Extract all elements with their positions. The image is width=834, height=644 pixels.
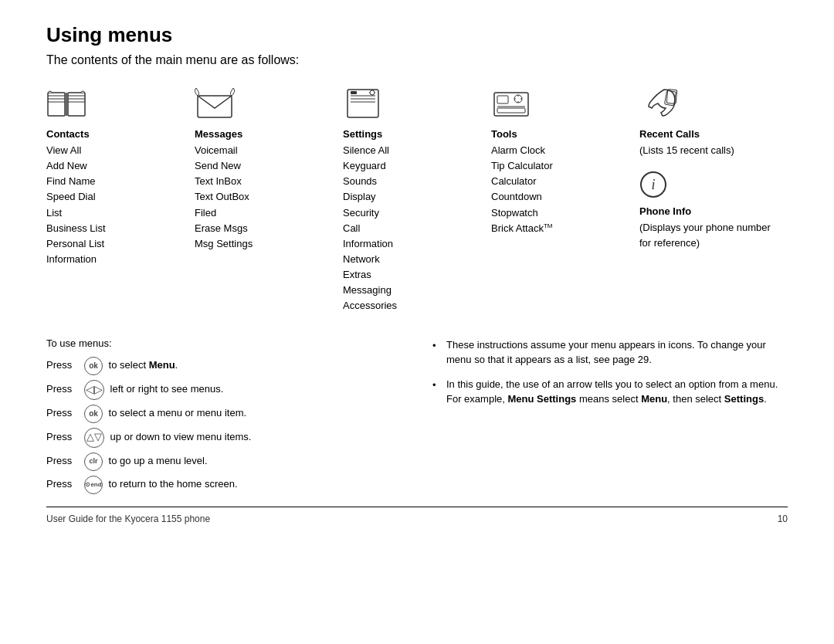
press-row-nav: Press ◁▷ left or right to see menus. xyxy=(46,380,402,400)
list-item: Security xyxy=(343,205,483,221)
menu-col-recent: Recent Calls (Lists 15 recent calls) i P… xyxy=(639,83,788,250)
bullet-item-1: • These instructions assume your menu ap… xyxy=(432,337,788,368)
phone-info-title: Phone Info xyxy=(639,205,780,217)
menu-col-messages: Messages Voicemail Send New Text InBox T… xyxy=(195,83,343,252)
list-item: Display xyxy=(343,189,483,205)
tools-items: Alarm Clock Tip Calculator Calculator Co… xyxy=(491,143,632,236)
press-row-updown: Press △▽ up or down to view menu items. xyxy=(46,428,402,448)
bullet-item-2: • In this guide, the use of an arrow tel… xyxy=(432,377,788,407)
recent-calls-icon-area xyxy=(639,83,780,125)
ok-button-icon-2: ok xyxy=(84,405,103,423)
press-row-clr: Press clr to go up a menu level. xyxy=(46,452,402,471)
menu-col-tools: Tools Alarm Clock Tip Calculator Calcula… xyxy=(491,83,639,236)
list-item: Send New xyxy=(195,158,335,174)
page-title: Using menus xyxy=(46,23,788,47)
press-text: to select Menu. xyxy=(106,358,178,372)
recent-calls-title: Recent Calls xyxy=(639,128,780,140)
bullet-dot: • xyxy=(432,338,440,368)
svg-text:i: i xyxy=(651,177,655,192)
list-item: Business List xyxy=(46,221,187,236)
up-button-icon: △▽ xyxy=(84,428,104,448)
list-item: Erase Msgs xyxy=(195,221,335,236)
list-item: Messaging xyxy=(343,283,483,298)
list-item: Voicemail xyxy=(195,143,335,158)
press-label: Press xyxy=(46,454,81,468)
bullet-dot: • xyxy=(432,378,440,407)
settings-icon xyxy=(343,86,383,122)
bullet-text: In this guide, the use of an arrow tells… xyxy=(446,377,788,407)
recent-calls-icon xyxy=(639,86,680,122)
contacts-icon-area xyxy=(46,83,187,125)
press-label: Press xyxy=(46,406,81,420)
press-text: left or right to see menus. xyxy=(107,382,223,396)
phone-info-icon: i xyxy=(639,171,667,198)
press-text: to go up a menu level. xyxy=(106,454,208,468)
list-item: Find Name xyxy=(46,174,187,189)
phone-info-description: (Displays your phone number for referenc… xyxy=(639,220,780,250)
end-button-icon: ⊙end xyxy=(84,476,103,494)
messages-title: Messages xyxy=(195,128,335,140)
list-item: Extras xyxy=(343,267,483,283)
press-row-end: Press ⊙end to return to the home screen. xyxy=(46,476,402,494)
list-item: (Lists 15 recent calls) xyxy=(639,143,780,158)
contacts-items: View All Add New Find Name Speed Dial Li… xyxy=(46,143,187,267)
press-row-select: Press ok to select a menu or menu item. xyxy=(46,405,402,423)
list-item: Silence All xyxy=(343,143,483,158)
contacts-icon xyxy=(46,86,86,122)
list-item: Msg Settings xyxy=(195,236,335,252)
footer-row: User Guide for the Kyocera 1155 phone 10 xyxy=(46,514,788,524)
nav-button-icon: ◁▷ xyxy=(84,380,104,400)
messages-icon xyxy=(195,86,235,122)
press-text: to return to the home screen. xyxy=(106,477,238,491)
list-item: Sounds xyxy=(343,174,483,189)
list-item: Text InBox xyxy=(195,174,335,189)
press-label: Press xyxy=(46,430,81,444)
tools-icon xyxy=(491,86,531,122)
messages-icon-area xyxy=(195,83,335,125)
list-item: Accessories xyxy=(343,298,483,314)
list-item: Countdown xyxy=(491,189,632,205)
footer-divider xyxy=(46,507,788,507)
svg-rect-21 xyxy=(497,96,508,103)
recent-calls-items: (Lists 15 recent calls) xyxy=(639,143,780,158)
page-subtitle: The contents of the main menu are as fol… xyxy=(46,53,788,67)
menu-col-contacts: Contacts View All Add New Find Name Spee… xyxy=(46,83,195,267)
ok-button-icon: ok xyxy=(84,357,103,375)
list-item: Filed xyxy=(195,205,335,221)
list-item: Brick AttackTM xyxy=(491,221,632,236)
list-item: Information xyxy=(46,252,187,267)
list-item: Tip Calculator xyxy=(491,158,632,174)
list-item: Calculator xyxy=(491,174,632,189)
list-item: Alarm Clock xyxy=(491,143,632,158)
instructions-title: To use menus: xyxy=(46,337,402,349)
press-label: Press xyxy=(46,477,81,491)
press-text: to select a menu or menu item. xyxy=(106,406,246,420)
list-item: Text OutBox xyxy=(195,189,335,205)
clr-button-icon: clr xyxy=(84,452,103,471)
footer-left: User Guide for the Kyocera 1155 phone xyxy=(46,514,210,524)
footer-right: 10 xyxy=(778,514,788,524)
press-label: Press xyxy=(46,358,81,372)
instructions-left: To use menus: Press ok to select Menu. P… xyxy=(46,337,402,499)
list-item: List xyxy=(46,205,187,221)
settings-title: Settings xyxy=(343,128,483,140)
menu-grid: Contacts View All Add New Find Name Spee… xyxy=(46,83,788,314)
list-item: Stopwatch xyxy=(491,205,632,221)
instructions-right: • These instructions assume your menu ap… xyxy=(432,337,788,499)
svg-rect-14 xyxy=(351,91,357,94)
press-row-menu: Press ok to select Menu. xyxy=(46,357,402,375)
svg-point-15 xyxy=(370,90,375,95)
instructions-section: To use menus: Press ok to select Menu. P… xyxy=(46,337,788,499)
list-item: Add New xyxy=(46,158,187,174)
press-label: Press xyxy=(46,382,81,396)
list-item: Speed Dial xyxy=(46,189,187,205)
contacts-title: Contacts xyxy=(46,128,187,140)
press-text: up or down to view menu items. xyxy=(107,430,251,444)
svg-rect-28 xyxy=(497,108,525,113)
phone-info-section: i Phone Info (Displays your phone number… xyxy=(639,171,780,250)
messages-items: Voicemail Send New Text InBox Text OutBo… xyxy=(195,143,335,252)
settings-items: Silence All Keyguard Sounds Display Secu… xyxy=(343,143,483,314)
bullet-text: These instructions assume your menu appe… xyxy=(446,337,788,368)
list-item: Network xyxy=(343,252,483,267)
list-item: Information xyxy=(343,236,483,252)
